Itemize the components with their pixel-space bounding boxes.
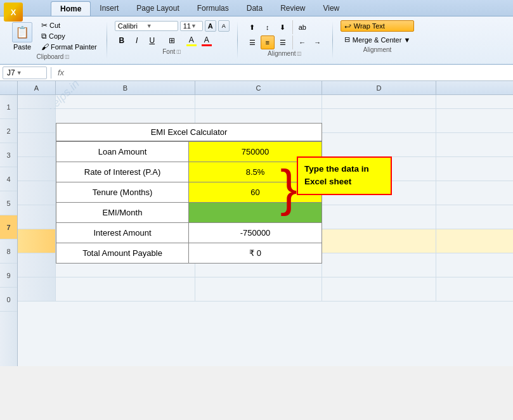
cell-ref-value: J7: [7, 68, 15, 77]
tab-insert[interactable]: Insert: [91, 1, 127, 16]
emi-row-interest: Interest Amount -750000: [56, 223, 321, 243]
tab-view[interactable]: View: [314, 1, 348, 16]
emi-label-tenure[interactable]: Tenure (Months): [56, 182, 189, 202]
font-shrink-button[interactable]: A: [218, 20, 230, 32]
emi-header-row: EMI Excel Calculator: [56, 124, 321, 142]
tab-data[interactable]: Data: [238, 1, 271, 16]
col-header-a[interactable]: A: [18, 81, 56, 94]
font-size-value: 11: [183, 22, 191, 30]
cell-d1[interactable]: [322, 95, 436, 108]
separator-3: [332, 22, 333, 59]
emi-value-emi[interactable]: [189, 203, 321, 222]
emi-label-total[interactable]: Total Amount Payable: [56, 243, 189, 263]
copy-button[interactable]: ⧉ Copy: [39, 31, 99, 41]
font-name-arrow: ▼: [146, 23, 175, 29]
cell-d3[interactable]: [322, 133, 436, 156]
underline-button[interactable]: U: [145, 34, 159, 48]
tab-home[interactable]: Home: [51, 1, 91, 16]
align-bottom-button[interactable]: ⬇: [276, 20, 290, 34]
grid-row-9: [18, 277, 513, 302]
cell-a8[interactable]: [18, 253, 56, 277]
cell-d7[interactable]: [322, 229, 436, 253]
copy-label: Copy: [49, 32, 65, 40]
alignment-expand-icon[interactable]: ◫: [297, 51, 302, 56]
cell-b9[interactable]: [56, 277, 195, 301]
paste-button[interactable]: 📋 Paste: [8, 20, 37, 53]
font-group: Calibri ▼ 11 ▼ A A B I: [111, 19, 233, 61]
emi-value-interest[interactable]: -750000: [189, 223, 321, 243]
merge-center-button[interactable]: ⊟ Merge & Center ▼: [341, 34, 415, 46]
format-painter-label: Format Painter: [51, 43, 97, 51]
separator-2: [237, 22, 238, 59]
cell-a5[interactable]: [18, 181, 56, 205]
font-grow-icon: A: [208, 22, 213, 30]
orientation-button[interactable]: ab: [295, 20, 309, 34]
cell-a6[interactable]: [18, 205, 56, 229]
cut-label: Cut: [49, 22, 60, 29]
row-num-2: 2: [0, 119, 17, 143]
cell-a9[interactable]: [18, 277, 56, 301]
emi-value-total[interactable]: ₹ 0: [189, 243, 321, 263]
emi-label-loan[interactable]: Loan Amount: [56, 142, 189, 162]
format-painter-button[interactable]: 🖌 Format Painter: [39, 42, 99, 52]
col-header-b[interactable]: B: [56, 81, 195, 94]
wrap-text-button[interactable]: ⮐ Wrap Text: [341, 20, 415, 32]
ribbon-tabs: X Home Insert Page Layout Formulas Data …: [0, 0, 513, 16]
cell-d2[interactable]: [322, 109, 436, 132]
cell-ref-dropdown[interactable]: ▼: [16, 70, 22, 76]
row-num-5: 5: [0, 191, 17, 215]
cell-d8[interactable]: [322, 253, 436, 277]
clipboard-expand-icon[interactable]: ◫: [65, 54, 70, 60]
cell-c1[interactable]: [195, 95, 322, 108]
cell-d9[interactable]: [322, 277, 436, 301]
fill-color-button[interactable]: A: [185, 34, 198, 48]
cell-a1[interactable]: [18, 95, 56, 108]
align-left-button[interactable]: ☰: [245, 35, 259, 49]
font-color-bar: [202, 44, 212, 46]
cell-reference-box[interactable]: J7 ▼: [3, 67, 47, 79]
emi-row-total: Total Amount Payable ₹ 0: [56, 243, 321, 263]
office-logo[interactable]: X: [4, 3, 23, 22]
cell-a3[interactable]: [18, 133, 56, 156]
cell-c9[interactable]: [195, 277, 322, 301]
font-grow-button[interactable]: A: [205, 20, 216, 32]
cell-a7[interactable]: [18, 229, 56, 253]
cell-a2[interactable]: [18, 109, 56, 132]
italic-button[interactable]: I: [130, 34, 144, 48]
emi-table-title: EMI Excel Calculator: [56, 124, 321, 141]
callout-box: Type the data in Excel sheet: [297, 156, 392, 195]
bold-button[interactable]: B: [115, 34, 129, 48]
cell-a4[interactable]: [18, 157, 56, 181]
borders-button[interactable]: ⊞: [165, 34, 179, 48]
indent-inc-button[interactable]: →: [311, 35, 325, 49]
cell-b1[interactable]: [56, 95, 195, 108]
font-color-button[interactable]: A: [200, 34, 214, 48]
tab-page-layout[interactable]: Page Layout: [127, 1, 188, 16]
formula-fx-label: fx: [55, 68, 67, 77]
row-numbers: 1 2 3 4 5 7 8 9 0: [0, 81, 18, 366]
font-expand-icon[interactable]: ◫: [176, 49, 181, 54]
font-name-selector[interactable]: Calibri ▼: [115, 21, 178, 31]
col-header-d[interactable]: D: [322, 81, 436, 94]
tab-review[interactable]: Review: [271, 1, 314, 16]
emi-label-rate[interactable]: Rate of Interest (P.A): [56, 162, 189, 182]
row-num-3: 3: [0, 143, 17, 167]
align-top-button[interactable]: ⬆: [245, 20, 259, 34]
align-right-button[interactable]: ☰: [276, 35, 290, 49]
col-header-c[interactable]: C: [195, 81, 322, 94]
font-size-selector[interactable]: 11 ▼: [180, 21, 203, 31]
clipboard-group: 📋 Paste ✂ Cut ⧉ Copy 🖌 Format Painter: [4, 19, 103, 61]
emi-label-emi[interactable]: EMI/Month: [56, 203, 189, 222]
emi-label-interest[interactable]: Interest Amount: [56, 223, 189, 243]
cell-d6[interactable]: [322, 205, 436, 229]
emi-table-container: EMI Excel Calculator Loan Amount 750000 …: [18, 109, 513, 302]
cut-button[interactable]: ✂ Cut: [39, 20, 99, 30]
align-center-button[interactable]: ≡: [261, 35, 275, 49]
merge-center-label: Merge & Center ▼: [353, 36, 411, 44]
tab-formulas[interactable]: Formulas: [188, 1, 238, 16]
align-middle-button[interactable]: ↕: [261, 20, 275, 34]
indent-dec-button[interactable]: ←: [295, 35, 309, 49]
callout-bracket: }: [280, 163, 297, 213]
wrap-text-icon: ⮐: [344, 22, 351, 30]
paste-label: Paste: [13, 43, 31, 51]
